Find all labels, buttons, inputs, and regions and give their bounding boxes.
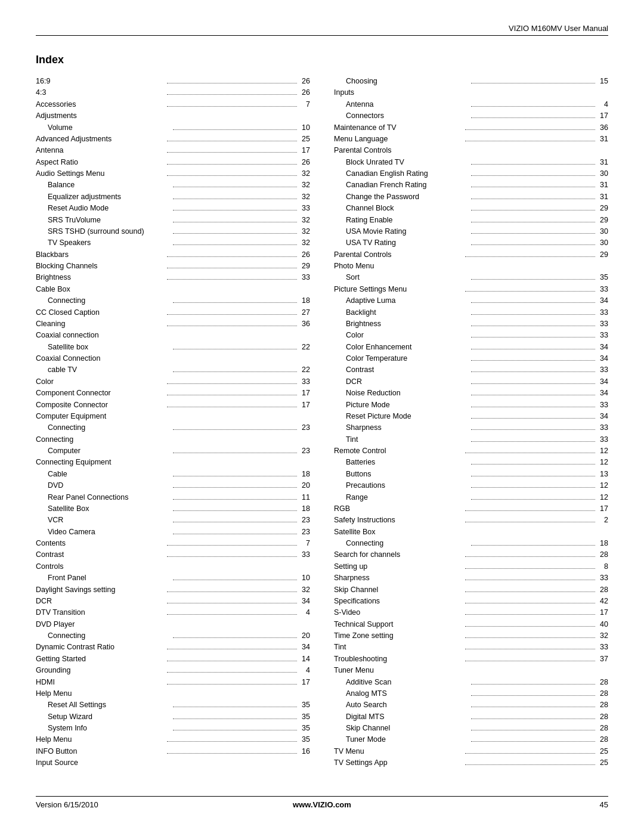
list-item: SRS TSHD (surround sound)32 bbox=[36, 226, 310, 237]
entry-dots bbox=[173, 429, 297, 430]
entry-label: Analog MTS bbox=[334, 688, 470, 699]
entry-label: Brightness bbox=[36, 272, 166, 283]
entry-label: DCR bbox=[334, 376, 470, 388]
entry-page: 12 bbox=[596, 480, 608, 491]
entry-page: 32 bbox=[298, 191, 310, 203]
entry-label: Range bbox=[334, 492, 470, 503]
entry-page: 20 bbox=[298, 630, 310, 642]
section-label: Controls bbox=[36, 561, 310, 572]
entry-label: Auto Search bbox=[334, 699, 470, 711]
entry-label: Setup Wizard bbox=[36, 711, 172, 723]
entry-page: 33 bbox=[298, 376, 310, 388]
entry-dots bbox=[471, 719, 595, 719]
list-item: Input Source bbox=[36, 757, 310, 769]
entry-dots bbox=[465, 580, 595, 580]
entry-label: Skip Channel bbox=[334, 584, 464, 596]
entry-dots bbox=[471, 199, 595, 199]
entry-dots bbox=[465, 256, 595, 257]
list-item: SRS TruVolume32 bbox=[36, 215, 310, 226]
entry-dots bbox=[471, 499, 595, 500]
list-item: Troubleshooting37 bbox=[334, 654, 608, 665]
section-label: Adjustments bbox=[36, 110, 310, 122]
list-item: Blackbars26 bbox=[36, 249, 310, 261]
entry-label: Connecting bbox=[36, 295, 172, 306]
list-item: Front Panel10 bbox=[36, 572, 310, 584]
entry-dots bbox=[167, 314, 297, 315]
entry-label: Setting up bbox=[334, 561, 464, 572]
entry-page: 7 bbox=[298, 538, 310, 549]
entry-page: 33 bbox=[596, 642, 608, 653]
entry-page: 32 bbox=[298, 226, 310, 237]
entry-page: 29 bbox=[596, 249, 608, 261]
entry-page: 30 bbox=[596, 226, 608, 237]
entry-dots bbox=[471, 429, 595, 430]
entry-label: Front Panel bbox=[36, 572, 172, 584]
entry-label: HDMI bbox=[36, 677, 166, 688]
entry-label: Connecting bbox=[36, 422, 172, 433]
list-item: Backlight33 bbox=[334, 307, 608, 318]
entry-label: Block Unrated TV bbox=[334, 157, 470, 168]
entry-label: Batteries bbox=[334, 457, 470, 468]
entry-page: 34 bbox=[596, 411, 608, 422]
entry-dots bbox=[465, 753, 595, 754]
entry-page: 35 bbox=[298, 734, 310, 745]
entry-label: Time Zone setting bbox=[334, 630, 464, 642]
list-item: Additive Scan28 bbox=[334, 677, 608, 688]
entry-label: Adaptive Luma bbox=[334, 295, 470, 306]
entry-page: 33 bbox=[596, 422, 608, 433]
list-item: TV Menu25 bbox=[334, 746, 608, 757]
entry-dots bbox=[471, 244, 595, 245]
list-item: Search for channels28 bbox=[334, 549, 608, 561]
entry-dots bbox=[173, 222, 297, 222]
entry-dots bbox=[465, 603, 595, 603]
list-item: Block Unrated TV31 bbox=[334, 157, 608, 168]
entry-dots bbox=[173, 199, 297, 199]
entry-page: 10 bbox=[298, 122, 310, 134]
list-item: CC Closed Caption27 bbox=[36, 307, 310, 318]
entry-dots bbox=[465, 556, 595, 557]
page-header: VIZIO M160MV User Manual bbox=[36, 24, 608, 36]
list-item: Range12 bbox=[334, 492, 608, 503]
list-item: Connecting23 bbox=[36, 422, 310, 433]
entry-dots bbox=[471, 545, 595, 546]
entry-page: 28 bbox=[596, 723, 608, 734]
entry-page: 34 bbox=[298, 596, 310, 607]
entry-page: 30 bbox=[596, 237, 608, 249]
entry-page: 35 bbox=[298, 723, 310, 734]
entry-label: Help Menu bbox=[36, 734, 166, 745]
entry-label: Change the Password bbox=[334, 191, 470, 203]
list-item: System Info35 bbox=[36, 723, 310, 734]
entry-label: Noise Reduction bbox=[334, 388, 470, 399]
entry-dots bbox=[173, 487, 297, 488]
list-item: TV Speakers32 bbox=[36, 237, 310, 249]
entry-label: Precautions bbox=[334, 480, 470, 491]
entry-label: cable TV bbox=[36, 364, 172, 376]
list-item: Reset All Settings35 bbox=[36, 699, 310, 711]
list-item: Skip Channel28 bbox=[334, 584, 608, 596]
list-item: Aspect Ratio26 bbox=[36, 157, 310, 168]
entry-label: TV Menu bbox=[334, 746, 464, 757]
entry-dots bbox=[471, 371, 595, 372]
entry-label: Dynamic Contrast Ratio bbox=[36, 642, 166, 653]
entry-label: Daylight Savings setting bbox=[36, 584, 166, 596]
entry-dots bbox=[167, 268, 297, 268]
list-item: Equalizer adjustments32 bbox=[36, 191, 310, 203]
entry-dots bbox=[167, 661, 297, 661]
list-item: Safety Instructions2 bbox=[334, 515, 608, 526]
entry-page: 29 bbox=[298, 261, 310, 272]
list-item: RGB17 bbox=[334, 503, 608, 515]
entry-page: 33 bbox=[596, 400, 608, 411]
entry-dots bbox=[167, 83, 297, 83]
list-item: Picture Mode33 bbox=[334, 400, 608, 411]
list-item: Cable Box bbox=[36, 284, 310, 295]
entry-label: INFO Button bbox=[36, 746, 166, 757]
list-item: Reset Audio Mode33 bbox=[36, 203, 310, 214]
entry-page: 18 bbox=[298, 503, 310, 515]
entry-dots bbox=[167, 603, 297, 603]
entry-label: Connecting bbox=[36, 630, 172, 642]
right-column: Choosing15InputsAntenna4Connectors17Main… bbox=[334, 76, 608, 769]
entry-label: 16:9 bbox=[36, 76, 166, 87]
entry-dots bbox=[471, 106, 595, 107]
entry-page: 33 bbox=[596, 572, 608, 584]
entry-label: Additive Scan bbox=[334, 677, 470, 688]
